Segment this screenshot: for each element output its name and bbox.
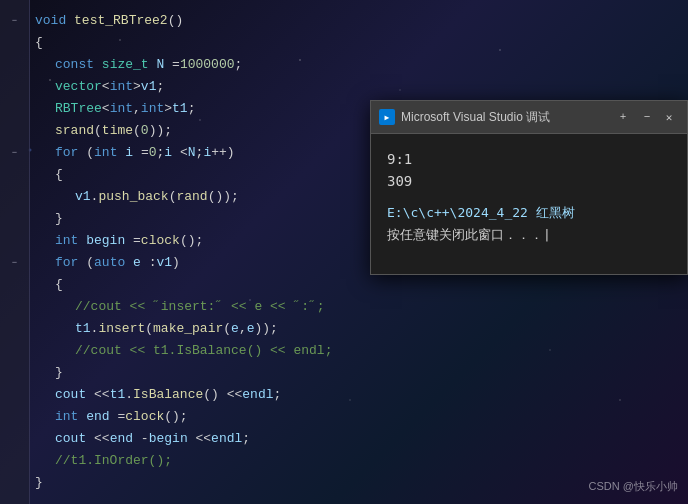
code-line-14: //cout << ˝insert:˝ << e << ˝:˝;	[35, 296, 380, 318]
keyword-void: void	[35, 10, 66, 32]
gutter-line-11	[0, 230, 29, 252]
gutter-line-7: −	[0, 142, 29, 164]
gutter-line-9	[0, 186, 29, 208]
code-line-2: {	[35, 32, 380, 54]
vs-icon: ▶	[379, 109, 395, 125]
fold-marker-12[interactable]: −	[12, 258, 17, 268]
debug-dialog: ▶ Microsoft Visual Studio 调试 + − ✕ 9:1 3…	[370, 100, 688, 275]
code-line-1: void test_RBTree2()	[35, 10, 380, 32]
gutter-line-19	[0, 406, 29, 428]
code-line-21: //t1.InOrder();	[35, 450, 380, 472]
output-line-2: 309	[387, 170, 671, 192]
minimize-button[interactable]: −	[637, 107, 657, 127]
code-line-15: t1.insert(make_pair(e,e));	[35, 318, 380, 340]
dialog-titlebar: ▶ Microsoft Visual Studio 调试 + − ✕	[371, 101, 687, 134]
dialog-content: 9:1 309 E:\c\c++\2024_4_22 红黑树 按任意键关闭此窗口…	[371, 134, 687, 274]
dialog-title: Microsoft Visual Studio 调试	[401, 109, 605, 126]
dialog-controls: + − ✕	[611, 107, 679, 127]
code-line-8: {	[35, 164, 380, 186]
gutter-line-21	[0, 450, 29, 472]
code-line-10: }	[35, 208, 380, 230]
code-line-6: srand(time(0));	[35, 120, 380, 142]
code-editor: − − − void test_RBTree2() { c	[0, 0, 380, 504]
code-line-17: }	[35, 362, 380, 384]
code-line-3: const size_t N = 1000000;	[35, 54, 380, 76]
close-button[interactable]: ✕	[659, 107, 679, 127]
code-line-4: vector<int> v1;	[35, 76, 380, 98]
code-line-7: for (int i = 0; i < N; i++)	[35, 142, 380, 164]
output-prompt: 按任意键关闭此窗口．．．|	[387, 224, 671, 246]
code-line-19: int end = clock();	[35, 406, 380, 428]
gutter-line-1: −	[0, 10, 29, 32]
gutter-line-2	[0, 32, 29, 54]
line-gutter: − − −	[0, 0, 30, 504]
gutter-line-20	[0, 428, 29, 450]
code-line-20: cout << end - begin << endl;	[35, 428, 380, 450]
gutter-line-6	[0, 120, 29, 142]
gutter-line-18	[0, 384, 29, 406]
output-path: E:\c\c++\2024_4_22 红黑树	[387, 202, 671, 224]
gutter-line-14	[0, 296, 29, 318]
gutter-line-15	[0, 318, 29, 340]
gutter-line-3	[0, 54, 29, 76]
fold-marker-1[interactable]: −	[12, 16, 17, 26]
code-line-16: //cout << t1.IsBalance() << endl;	[35, 340, 380, 362]
gutter-line-13	[0, 274, 29, 296]
fold-marker-7[interactable]: −	[12, 148, 17, 158]
code-line-13: {	[35, 274, 380, 296]
gutter-line-4	[0, 76, 29, 98]
code-line-9: v1.push_back(rand());	[35, 186, 380, 208]
add-tab-button[interactable]: +	[611, 107, 635, 127]
code-line-18: cout << t1.IsBalance() << endl;	[35, 384, 380, 406]
func-name: test_RBTree2	[74, 10, 168, 32]
gutter-line-5	[0, 98, 29, 120]
gutter-line-16	[0, 340, 29, 362]
output-line-1: 9:1	[387, 148, 671, 170]
code-line-11: int begin = clock();	[35, 230, 380, 252]
gutter-line-22	[0, 472, 29, 494]
code-content: void test_RBTree2() { const size_t N = 1…	[30, 0, 380, 504]
code-line-5: RBTree<int, int> t1;	[35, 98, 380, 120]
code-line-22: }	[35, 472, 380, 494]
code-line-12: for (auto e : v1)	[35, 252, 380, 274]
gutter-line-10	[0, 208, 29, 230]
gutter-line-17	[0, 362, 29, 384]
watermark: CSDN @快乐小帅	[589, 479, 678, 494]
gutter-line-8	[0, 164, 29, 186]
gutter-line-12: −	[0, 252, 29, 274]
